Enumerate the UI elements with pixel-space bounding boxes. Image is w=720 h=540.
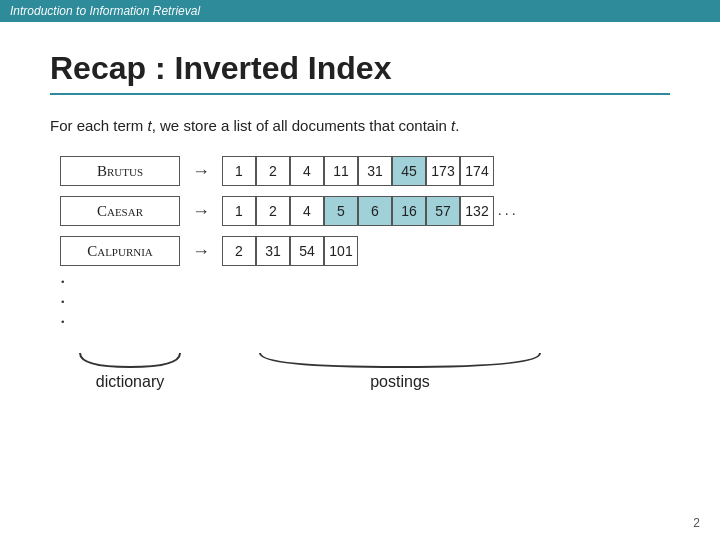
dictionary-brace-label: dictionary	[70, 351, 190, 391]
dots-row: · · ·	[60, 272, 670, 331]
posting-cell: 101	[324, 236, 358, 266]
posting-cell: 174	[460, 156, 494, 186]
postings-label: postings	[370, 373, 430, 391]
subtitle-text: For each term t, we store a list of all …	[50, 117, 670, 134]
posting-cell: 173	[426, 156, 460, 186]
term-brutus: Brutus	[60, 156, 180, 186]
header-bar: Introduction to Information Retrieval	[0, 0, 720, 22]
posting-cell: 1	[222, 156, 256, 186]
posting-cell: 2	[256, 196, 290, 226]
dictionary-label: dictionary	[96, 373, 164, 391]
posting-cell: 5	[324, 196, 358, 226]
posting-cell: 31	[358, 156, 392, 186]
arrow-caesar: →	[192, 201, 210, 222]
page-number: 2	[693, 516, 700, 530]
postings-brace-svg	[250, 351, 550, 369]
slide-content: Recap : Inverted Index For each term t, …	[0, 22, 720, 411]
posting-cell: 2	[222, 236, 256, 266]
posting-cell: 132	[460, 196, 494, 226]
dot-1: ·	[60, 272, 670, 292]
bottom-labels: dictionary postings	[60, 351, 670, 391]
posting-cell: 57	[426, 196, 460, 226]
posting-cell: 11	[324, 156, 358, 186]
index-row-calpurnia: Calpurnia → 2 31 54 101	[60, 236, 670, 266]
arrow-brutus: →	[192, 161, 210, 182]
postings-brutus: 1 2 4 11 31 45 173 174	[222, 156, 494, 186]
slide-title: Recap : Inverted Index	[50, 50, 670, 87]
arrow-calpurnia: →	[192, 241, 210, 262]
dot-2: ·	[60, 292, 670, 312]
term-calpurnia: Calpurnia	[60, 236, 180, 266]
posting-cell: 54	[290, 236, 324, 266]
dictionary-brace-svg	[70, 351, 190, 369]
posting-cell: 2	[256, 156, 290, 186]
posting-cell: 45	[392, 156, 426, 186]
index-rows: Brutus → 1 2 4 11 31 45 173 174 Caesar →…	[60, 156, 670, 266]
posting-cell: 1	[222, 196, 256, 226]
postings-caesar: 1 2 4 5 6 16 57 132 . . .	[222, 196, 516, 226]
posting-cell: 4	[290, 196, 324, 226]
posting-cell: 4	[290, 156, 324, 186]
index-row-brutus: Brutus → 1 2 4 11 31 45 173 174	[60, 156, 670, 186]
title-divider	[50, 93, 670, 95]
posting-cell: 16	[392, 196, 426, 226]
posting-cell: 6	[358, 196, 392, 226]
dot-3: ·	[60, 312, 670, 332]
postings-calpurnia: 2 31 54 101	[222, 236, 358, 266]
postings-brace-label: postings	[250, 351, 550, 391]
index-row-caesar: Caesar → 1 2 4 5 6 16 57 132 . . .	[60, 196, 670, 226]
term-caesar: Caesar	[60, 196, 180, 226]
header-title: Introduction to Information Retrieval	[10, 4, 200, 18]
postings-ellipsis: . . .	[498, 203, 516, 219]
posting-cell: 31	[256, 236, 290, 266]
